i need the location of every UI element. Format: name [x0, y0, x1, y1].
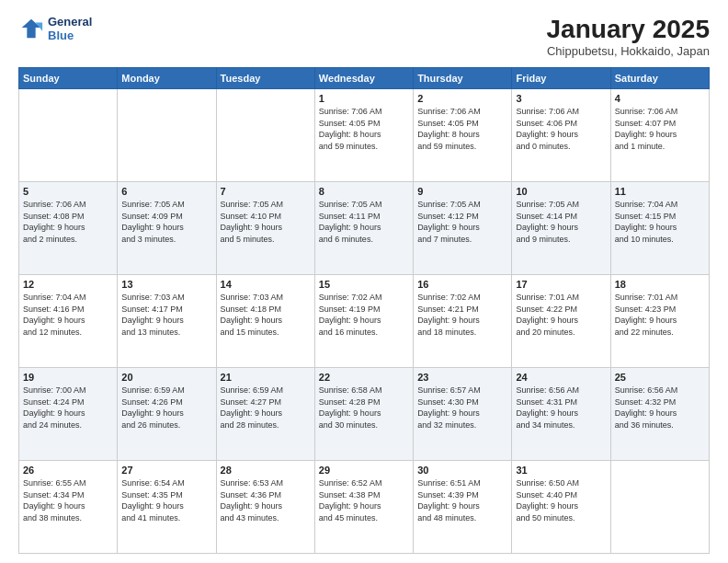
calendar-cell: 7Sunrise: 7:05 AM Sunset: 4:10 PM Daylig… — [216, 182, 314, 275]
day-info: Sunrise: 7:06 AM Sunset: 4:08 PM Dayligh… — [23, 199, 113, 245]
day-number: 4 — [615, 93, 705, 104]
header: General Blue January 2025 Chippubetsu, H… — [18, 15, 710, 58]
svg-marker-0 — [22, 19, 41, 39]
day-number: 5 — [23, 186, 113, 197]
day-number: 28 — [221, 465, 311, 476]
calendar-subtitle: Chippubetsu, Hokkaido, Japan — [547, 44, 710, 58]
logo-text: General Blue — [48, 15, 92, 42]
calendar-cell: 31Sunrise: 6:50 AM Sunset: 4:40 PM Dayli… — [512, 461, 610, 554]
day-info: Sunrise: 6:54 AM Sunset: 4:35 PM Dayligh… — [121, 477, 211, 523]
calendar-cell: 13Sunrise: 7:03 AM Sunset: 4:17 PM Dayli… — [118, 275, 216, 368]
day-info: Sunrise: 7:03 AM Sunset: 4:18 PM Dayligh… — [221, 292, 311, 338]
day-info: Sunrise: 6:57 AM Sunset: 4:30 PM Dayligh… — [417, 385, 507, 431]
day-info: Sunrise: 7:06 AM Sunset: 4:07 PM Dayligh… — [615, 106, 705, 152]
calendar-cell: 6Sunrise: 7:05 AM Sunset: 4:09 PM Daylig… — [118, 182, 216, 275]
day-info: Sunrise: 6:55 AM Sunset: 4:34 PM Dayligh… — [23, 477, 113, 523]
column-header-tuesday: Tuesday — [216, 68, 314, 89]
calendar-cell: 2Sunrise: 7:06 AM Sunset: 4:05 PM Daylig… — [414, 89, 512, 182]
day-info: Sunrise: 6:56 AM Sunset: 4:32 PM Dayligh… — [615, 385, 705, 431]
calendar-cell: 25Sunrise: 6:56 AM Sunset: 4:32 PM Dayli… — [610, 368, 709, 461]
calendar-cell: 26Sunrise: 6:55 AM Sunset: 4:34 PM Dayli… — [19, 461, 118, 554]
day-number: 19 — [23, 372, 113, 383]
day-number: 7 — [221, 186, 311, 197]
day-number: 22 — [319, 372, 409, 383]
calendar-cell: 4Sunrise: 7:06 AM Sunset: 4:07 PM Daylig… — [610, 89, 709, 182]
calendar-cell: 8Sunrise: 7:05 AM Sunset: 4:11 PM Daylig… — [314, 182, 413, 275]
calendar-cell: 22Sunrise: 6:58 AM Sunset: 4:28 PM Dayli… — [314, 368, 413, 461]
day-info: Sunrise: 7:05 AM Sunset: 4:12 PM Dayligh… — [417, 199, 507, 245]
day-number: 18 — [615, 279, 705, 290]
day-number: 14 — [221, 279, 311, 290]
column-header-friday: Friday — [512, 68, 610, 89]
day-info: Sunrise: 7:05 AM Sunset: 4:14 PM Dayligh… — [516, 199, 606, 245]
calendar-page: General Blue January 2025 Chippubetsu, H… — [0, 0, 728, 563]
calendar-cell: 24Sunrise: 6:56 AM Sunset: 4:31 PM Dayli… — [512, 368, 610, 461]
day-info: Sunrise: 7:06 AM Sunset: 4:05 PM Dayligh… — [319, 106, 409, 152]
day-info: Sunrise: 7:04 AM Sunset: 4:16 PM Dayligh… — [23, 292, 113, 338]
day-info: Sunrise: 7:06 AM Sunset: 4:06 PM Dayligh… — [516, 106, 606, 152]
calendar-cell: 21Sunrise: 6:59 AM Sunset: 4:27 PM Dayli… — [216, 368, 314, 461]
day-info: Sunrise: 7:02 AM Sunset: 4:19 PM Dayligh… — [319, 292, 409, 338]
day-info: Sunrise: 7:06 AM Sunset: 4:05 PM Dayligh… — [417, 106, 507, 152]
calendar-cell: 1Sunrise: 7:06 AM Sunset: 4:05 PM Daylig… — [314, 89, 413, 182]
week-row: 5Sunrise: 7:06 AM Sunset: 4:08 PM Daylig… — [19, 182, 710, 275]
day-number: 12 — [23, 279, 113, 290]
day-info: Sunrise: 7:01 AM Sunset: 4:22 PM Dayligh… — [516, 292, 606, 338]
day-number: 23 — [417, 372, 507, 383]
calendar-cell: 11Sunrise: 7:04 AM Sunset: 4:15 PM Dayli… — [610, 182, 709, 275]
day-info: Sunrise: 6:51 AM Sunset: 4:39 PM Dayligh… — [417, 477, 507, 523]
day-number: 25 — [615, 372, 705, 383]
day-number: 6 — [121, 186, 211, 197]
calendar-cell: 19Sunrise: 7:00 AM Sunset: 4:24 PM Dayli… — [19, 368, 118, 461]
calendar-cell: 17Sunrise: 7:01 AM Sunset: 4:22 PM Dayli… — [512, 275, 610, 368]
header-row: SundayMondayTuesdayWednesdayThursdayFrid… — [19, 68, 710, 89]
day-number: 26 — [23, 465, 113, 476]
calendar-table: SundayMondayTuesdayWednesdayThursdayFrid… — [18, 67, 710, 554]
day-info: Sunrise: 6:59 AM Sunset: 4:27 PM Dayligh… — [221, 385, 311, 431]
day-number: 3 — [516, 93, 606, 104]
day-info: Sunrise: 6:56 AM Sunset: 4:31 PM Dayligh… — [516, 385, 606, 431]
day-number: 1 — [319, 93, 409, 104]
calendar-cell: 27Sunrise: 6:54 AM Sunset: 4:35 PM Dayli… — [118, 461, 216, 554]
day-info: Sunrise: 6:53 AM Sunset: 4:36 PM Dayligh… — [221, 477, 311, 523]
calendar-cell — [118, 89, 216, 182]
calendar-cell — [216, 89, 314, 182]
calendar-cell: 30Sunrise: 6:51 AM Sunset: 4:39 PM Dayli… — [414, 461, 512, 554]
column-header-wednesday: Wednesday — [314, 68, 413, 89]
week-row: 26Sunrise: 6:55 AM Sunset: 4:34 PM Dayli… — [19, 461, 710, 554]
day-info: Sunrise: 6:59 AM Sunset: 4:26 PM Dayligh… — [121, 385, 211, 431]
day-number: 31 — [516, 465, 606, 476]
day-number: 29 — [319, 465, 409, 476]
day-info: Sunrise: 6:58 AM Sunset: 4:28 PM Dayligh… — [319, 385, 409, 431]
day-info: Sunrise: 7:04 AM Sunset: 4:15 PM Dayligh… — [615, 199, 705, 245]
day-number: 20 — [121, 372, 211, 383]
day-info: Sunrise: 6:52 AM Sunset: 4:38 PM Dayligh… — [319, 477, 409, 523]
day-info: Sunrise: 7:03 AM Sunset: 4:17 PM Dayligh… — [121, 292, 211, 338]
day-info: Sunrise: 7:02 AM Sunset: 4:21 PM Dayligh… — [417, 292, 507, 338]
day-info: Sunrise: 6:50 AM Sunset: 4:40 PM Dayligh… — [516, 477, 606, 523]
day-number: 16 — [417, 279, 507, 290]
calendar-cell: 3Sunrise: 7:06 AM Sunset: 4:06 PM Daylig… — [512, 89, 610, 182]
calendar-cell: 20Sunrise: 6:59 AM Sunset: 4:26 PM Dayli… — [118, 368, 216, 461]
day-number: 21 — [221, 372, 311, 383]
day-number: 10 — [516, 186, 606, 197]
calendar-cell: 14Sunrise: 7:03 AM Sunset: 4:18 PM Dayli… — [216, 275, 314, 368]
calendar-cell — [610, 461, 709, 554]
calendar-cell: 15Sunrise: 7:02 AM Sunset: 4:19 PM Dayli… — [314, 275, 413, 368]
day-number: 13 — [121, 279, 211, 290]
day-number: 15 — [319, 279, 409, 290]
day-number: 27 — [121, 465, 211, 476]
week-row: 1Sunrise: 7:06 AM Sunset: 4:05 PM Daylig… — [19, 89, 710, 182]
column-header-monday: Monday — [118, 68, 216, 89]
calendar-cell — [19, 89, 118, 182]
day-number: 17 — [516, 279, 606, 290]
week-row: 12Sunrise: 7:04 AM Sunset: 4:16 PM Dayli… — [19, 275, 710, 368]
day-info: Sunrise: 7:05 AM Sunset: 4:11 PM Dayligh… — [319, 199, 409, 245]
title-block: January 2025 Chippubetsu, Hokkaido, Japa… — [547, 15, 710, 58]
calendar-title: January 2025 — [547, 15, 710, 44]
calendar-cell: 18Sunrise: 7:01 AM Sunset: 4:23 PM Dayli… — [610, 275, 709, 368]
day-number: 2 — [417, 93, 507, 104]
day-info: Sunrise: 7:05 AM Sunset: 4:10 PM Dayligh… — [221, 199, 311, 245]
calendar-cell: 5Sunrise: 7:06 AM Sunset: 4:08 PM Daylig… — [19, 182, 118, 275]
calendar-cell: 12Sunrise: 7:04 AM Sunset: 4:16 PM Dayli… — [19, 275, 118, 368]
